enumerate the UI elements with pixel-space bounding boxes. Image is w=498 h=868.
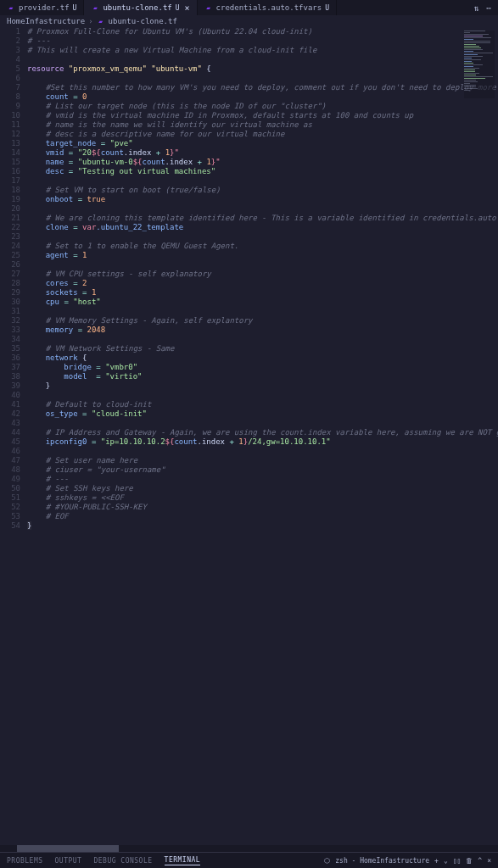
compare-changes-icon[interactable]: ⇅	[474, 3, 479, 13]
code-content[interactable]: # Proxmox Full-Clone for Ubuntu VM's (Ub…	[27, 27, 498, 845]
terminal-shell-label[interactable]: zsh - HomeInfastructure	[335, 857, 429, 865]
tab-label: credentials.auto.tfvars	[216, 3, 322, 12]
trash-icon[interactable]: 🗑	[466, 857, 473, 865]
terraform-icon	[91, 3, 99, 12]
terminal-shell-icon[interactable]: ⬡	[324, 857, 330, 865]
close-icon[interactable]: ×	[185, 3, 190, 13]
terraform-icon	[97, 17, 105, 25]
breadcrumb-folder: HomeInfastructure	[7, 17, 85, 25]
panel-tabs: PROBLEMS OUTPUT DEBUG CONSOLE TERMINAL ⬡…	[0, 853, 498, 868]
bottom-panel: PROBLEMS OUTPUT DEBUG CONSOLE TERMINAL ⬡…	[0, 852, 498, 868]
close-panel-icon[interactable]: ×	[487, 857, 491, 865]
modified-indicator: U	[73, 4, 77, 12]
tab-credentials[interactable]: credentials.auto.tfvars U	[198, 0, 337, 15]
tab-actions: ⇅ ⋯	[467, 0, 498, 15]
terraform-icon	[204, 3, 213, 12]
tab-provider[interactable]: provider.tf U	[0, 0, 84, 15]
chevron-down-icon[interactable]: ⌄	[444, 857, 448, 865]
panel-actions: ⬡ zsh - HomeInfastructure + ⌄ ▯▯ 🗑 ^ ×	[324, 857, 491, 865]
panel-tab-terminal[interactable]: TERMINAL	[165, 856, 201, 865]
modified-indicator: U	[176, 4, 180, 12]
tab-label: provider.tf	[19, 3, 70, 12]
maximize-panel-icon[interactable]: ^	[478, 857, 482, 865]
more-actions-icon[interactable]: ⋯	[486, 3, 491, 13]
horizontal-scrollbar[interactable]	[0, 845, 498, 852]
panel-tab-output[interactable]: OUTPUT	[55, 857, 82, 865]
split-terminal-icon[interactable]: ▯▯	[453, 857, 462, 865]
minimap[interactable]	[464, 31, 495, 98]
tab-label: ubuntu-clone.tf	[103, 3, 171, 12]
editor[interactable]: 1234567891011121314151617181920212223242…	[0, 27, 498, 845]
tab-bar: provider.tf U ubuntu-clone.tf U × creden…	[0, 0, 498, 15]
breadcrumb[interactable]: HomeInfastructure › ubuntu-clone.tf	[0, 15, 498, 27]
panel-tab-problems[interactable]: PROBLEMS	[7, 857, 43, 865]
breadcrumb-file: ubuntu-clone.tf	[109, 17, 177, 25]
modified-indicator: U	[325, 4, 329, 12]
line-numbers: 1234567891011121314151617181920212223242…	[0, 27, 27, 845]
scrollbar-thumb[interactable]	[17, 845, 119, 852]
chevron-right-icon: ›	[88, 17, 92, 25]
panel-tab-debug[interactable]: DEBUG CONSOLE	[93, 857, 152, 865]
tab-ubuntu-clone[interactable]: ubuntu-clone.tf U ×	[84, 0, 197, 15]
new-terminal-icon[interactable]: +	[434, 857, 439, 865]
terraform-icon	[7, 3, 15, 12]
